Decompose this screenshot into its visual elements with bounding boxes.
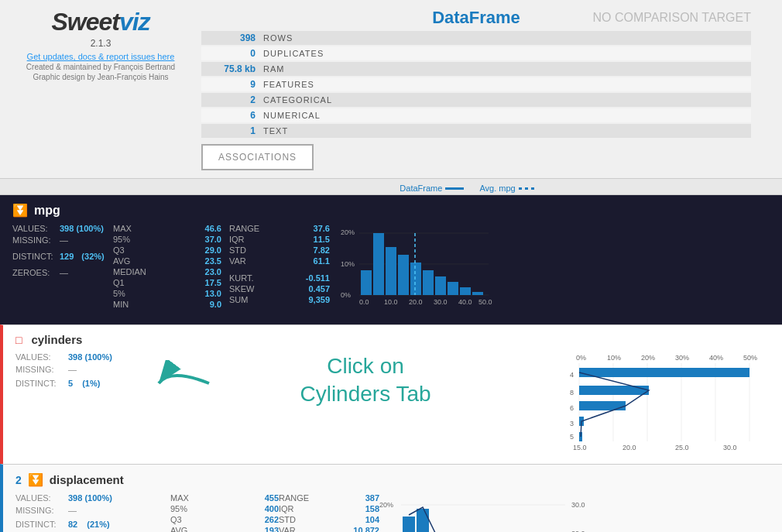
mpg-distinct-pct: (32%): [81, 252, 104, 261]
svg-rect-6: [361, 270, 372, 295]
cylinders-title: cylinders: [31, 333, 82, 346]
svg-text:20%: 20%: [379, 501, 393, 509]
stat-duplicates: 0 DUPLICATES: [201, 46, 751, 60]
svg-text:40%: 40%: [709, 354, 723, 362]
mpg-values-label: VALUES:: [12, 224, 55, 233]
disp-max: 455: [265, 493, 279, 503]
annotation-arrow-svg: [155, 360, 217, 407]
svg-rect-7: [373, 233, 384, 295]
mpg-std-val: 7.82: [314, 245, 330, 255]
mpg-sum-row: SUM 9,359: [229, 295, 330, 304]
cyl-values-row: VALUES: 398 (100%): [15, 352, 170, 362]
stat-ram: 75.8 kb RAM: [201, 62, 751, 76]
displacement-chart: 20% 0% 30.0 20.0: [379, 493, 770, 532]
mpg-q1-val: 17.5: [205, 278, 221, 287]
update-link[interactable]: Get updates, docs & report issues here: [27, 52, 175, 61]
mpg-q3-val: 29.0: [205, 245, 221, 255]
stat-features-label: FEATURES: [263, 80, 314, 89]
svg-text:20%: 20%: [341, 228, 355, 236]
click-annotation-text: Click onCylinders Tab: [300, 352, 430, 409]
mpg-panel: ⏬ mpg VALUES: 398 (100%) MISSING: — DIST…: [0, 194, 782, 324]
mpg-zeroes-val: —: [60, 268, 68, 277]
disp-range: 387: [365, 493, 379, 503]
mpg-5-val: 13.0: [205, 289, 221, 298]
mpg-var-val: 61.1: [314, 256, 330, 266]
mpg-header: ⏬ mpg: [12, 203, 770, 218]
cylinders-header: □ cylinders: [15, 333, 770, 346]
stat-cat-label: CATEGORICAL: [263, 95, 332, 105]
mpg-avg-val: 23.5: [205, 256, 221, 266]
stat-features-value: 9: [201, 79, 263, 90]
svg-rect-10: [410, 263, 421, 295]
legend-avg-label: Avg. mpg: [479, 184, 515, 193]
stat-text-value: 1: [201, 125, 263, 136]
cylinders-hbar-svg: 0% 10% 20% 30% 40% 50% 4 8 6 3 5: [561, 352, 770, 453]
stat-features: 9 FEATURES: [201, 77, 751, 91]
stat-cat-value: 2: [201, 94, 263, 105]
mpg-q1-row: Q1 17.5: [113, 278, 221, 287]
cylinders-annotation: Click onCylinders Tab: [170, 352, 561, 409]
legend-avg-line: [519, 187, 537, 190]
mpg-range-row: RANGE 37.6: [229, 224, 330, 233]
dataframe-title: DataFrame: [385, 8, 568, 28]
logo-section: Sweetviz 2.1.3 Get updates, docs & repor…: [15, 8, 186, 81]
displacement-header: 2 ⏬ displacement: [15, 472, 770, 487]
svg-rect-9: [398, 255, 409, 295]
svg-rect-14: [460, 287, 471, 295]
mpg-histogram-svg: 20% 10% 0% 0.0: [338, 224, 492, 317]
displacement-content: VALUES: 398 (100%) MISSING: — DISTINCT: …: [15, 493, 770, 532]
displacement-hist-svg: 20% 0% 30.0 20.0: [379, 493, 588, 532]
displacement-icon: ⏬: [28, 472, 43, 487]
mpg-95-row: 95% 37.0: [113, 235, 221, 244]
cyl-values-val: 398 (100%): [68, 352, 112, 362]
svg-text:0.0: 0.0: [359, 298, 369, 306]
svg-text:25.0: 25.0: [675, 444, 689, 451]
svg-text:0%: 0%: [341, 291, 351, 299]
svg-text:20%: 20%: [641, 354, 655, 362]
displacement-middle-stats: MAX 455 95% 400 Q3 262 AVG 193 MEDIAN 14…: [170, 493, 279, 532]
df-stats: 398 ROWS 0 DUPLICATES 75.8 kb RAM 9 FEAT…: [201, 31, 751, 138]
df-title-row: DataFrame NO COMPARISON TARGET: [201, 8, 751, 28]
mpg-iqr-row: IQR 11.5: [229, 235, 330, 244]
legend-dataframe: DataFrame: [400, 184, 464, 193]
mpg-iqr-val: 11.5: [314, 235, 330, 244]
mpg-median-val: 23.0: [205, 267, 221, 276]
cylinders-content: VALUES: 398 (100%) MISSING: — DISTINCT: …: [15, 352, 770, 456]
disp-distinct-pct: (21%): [87, 520, 109, 529]
svg-rect-57: [403, 517, 415, 532]
associations-button[interactable]: ASSOCIATIONS: [201, 144, 314, 170]
svg-text:40.0: 40.0: [458, 298, 472, 306]
mpg-std-row: STD 7.82: [229, 245, 330, 255]
stat-categorical: 2 CATEGORICAL: [201, 93, 751, 107]
cyl-distinct-val: 5: [68, 379, 73, 388]
mpg-avg-row: AVG 23.5: [113, 256, 221, 266]
mpg-distinct-val: 129: [60, 252, 74, 261]
mpg-95-val: 37.0: [205, 235, 221, 244]
mpg-zeroes-label: ZEROES:: [12, 268, 55, 277]
displacement-panel: 2 ⏬ displacement VALUES: 398 (100%) MISS…: [0, 464, 782, 532]
svg-text:30.0: 30.0: [434, 298, 448, 306]
mpg-title: mpg: [34, 204, 60, 218]
mpg-left-stats: VALUES: 398 (100%) MISSING: — DISTINCT: …: [12, 224, 105, 317]
mpg-max-row: MAX 46.6: [113, 224, 221, 233]
svg-rect-15: [472, 292, 483, 295]
disp-values-val: 398 (100%): [68, 493, 112, 503]
mpg-range-val: 37.6: [314, 224, 330, 233]
svg-text:3: 3: [570, 420, 574, 427]
stat-rows-value: 398: [201, 33, 263, 43]
mpg-q3-row: Q3 29.0: [113, 245, 221, 255]
mpg-missing-val: —: [60, 235, 68, 245]
displacement-left-stats: VALUES: 398 (100%) MISSING: — DISTINCT: …: [15, 493, 170, 532]
app-version: 2.1.3: [91, 38, 111, 49]
svg-rect-43: [579, 401, 626, 410]
mpg-min-row: MIN 9.0: [113, 300, 221, 309]
mpg-max-val: 46.6: [205, 224, 221, 233]
mpg-median-row: MEDIAN 23.0: [113, 267, 221, 276]
svg-text:10%: 10%: [607, 354, 621, 362]
cyl-missing-row: MISSING: —: [15, 365, 170, 374]
mpg-kurt-val: -0.511: [306, 273, 330, 283]
svg-text:10.0: 10.0: [384, 298, 398, 306]
disp-distinct-val: 82: [68, 520, 77, 529]
mpg-skew-row: SKEW 0.457: [229, 284, 330, 293]
cylinders-number: □: [15, 334, 22, 346]
